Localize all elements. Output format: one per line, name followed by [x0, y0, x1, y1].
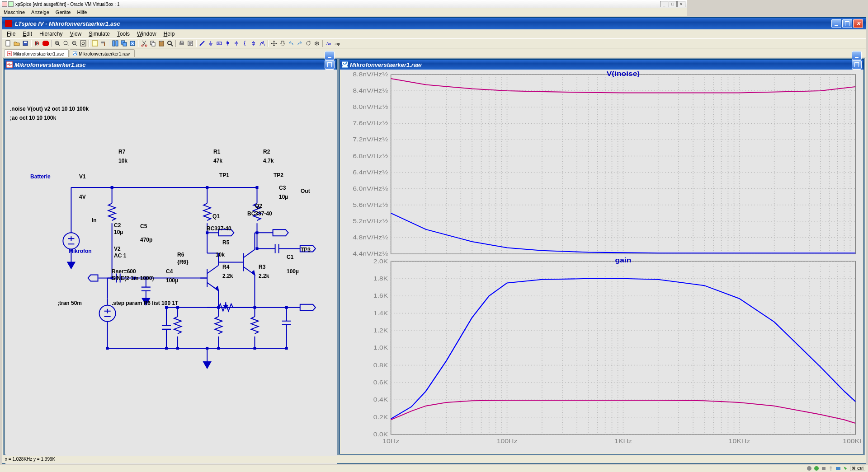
schematic-canvas[interactable]: .noise V(out) v2 oct 10 10 100k ;ac oct …	[5, 70, 337, 374]
val-C3[interactable]: 10µ	[279, 194, 288, 200]
val-C2[interactable]: 10µ	[114, 229, 123, 235]
tool-tile[interactable]	[111, 39, 119, 47]
comp-C2[interactable]: C2	[114, 222, 121, 229]
menu-tools[interactable]: Tools	[117, 31, 130, 37]
val-C1[interactable]: 100µ	[287, 268, 299, 275]
tool-capacitor[interactable]	[232, 39, 241, 47]
tool-pan[interactable]	[62, 39, 70, 47]
tool-print[interactable]	[178, 39, 186, 47]
tab-raw[interactable]: Mikrofonverstaerker1.raw	[70, 49, 135, 57]
net-tp1[interactable]: TP1	[219, 172, 229, 178]
tool-new[interactable]	[4, 39, 12, 47]
tool-zoom-in[interactable]	[53, 39, 61, 47]
val-R7[interactable]: 10k	[118, 158, 127, 164]
comp-C1[interactable]: C1	[287, 254, 293, 260]
tool-mirror[interactable]	[313, 39, 321, 47]
tool-component[interactable]	[258, 39, 266, 47]
tool-inductor[interactable]	[241, 39, 249, 47]
schematic-max-button[interactable]	[325, 60, 335, 69]
val-R4[interactable]: 2.2k	[222, 273, 233, 279]
directive-noise[interactable]: .noise V(out) v2 oct 10 10 100k	[10, 106, 89, 112]
tool-autorange[interactable]	[91, 39, 99, 47]
comp-Q1[interactable]: Q1	[212, 213, 220, 220]
comp-R3[interactable]: R3	[259, 264, 265, 270]
val-V1[interactable]: 4V	[79, 194, 86, 200]
val-R6[interactable]: {R6}	[177, 259, 189, 265]
menu-file[interactable]: File	[7, 31, 15, 37]
tool-open[interactable]	[13, 39, 21, 47]
val-R2[interactable]: 4.7k	[263, 158, 274, 164]
tool-cascade[interactable]	[120, 39, 128, 47]
comp-R7[interactable]: R7	[118, 149, 125, 155]
schematic-min-button[interactable]	[325, 51, 335, 60]
menu-view[interactable]: View	[70, 31, 81, 37]
menu-edit[interactable]: Edit	[23, 31, 32, 37]
vbox-close-button[interactable]: ×	[677, 1, 685, 7]
net-in[interactable]: In	[92, 217, 97, 224]
tool-drag[interactable]	[278, 39, 287, 47]
tool-diode[interactable]	[250, 39, 258, 47]
vbox-min-button[interactable]: _	[660, 1, 668, 7]
tool-move[interactable]	[270, 39, 278, 47]
extra1-V2[interactable]: Rser=600	[112, 268, 136, 275]
val-C5[interactable]: 470p	[140, 237, 152, 243]
tool-ground[interactable]	[207, 39, 215, 47]
tool-text-note[interactable]: Aa	[325, 39, 333, 47]
comp-R4[interactable]: R4	[222, 264, 229, 270]
comp-Q2[interactable]: Q2	[255, 203, 262, 209]
menu-hierarchy[interactable]: Hierarchy	[39, 31, 62, 37]
tool-rotate[interactable]	[304, 39, 312, 47]
comp-C5[interactable]: C5	[140, 223, 147, 229]
comp-C4[interactable]: C4	[166, 268, 173, 275]
tool-label[interactable]: A	[215, 39, 223, 47]
tool-resistor[interactable]	[224, 39, 232, 47]
tool-zoom-out[interactable]	[71, 39, 79, 47]
val-R3[interactable]: 2.2k	[259, 273, 269, 279]
val-V2[interactable]: AC 1	[114, 252, 126, 259]
tool-cut[interactable]	[140, 39, 148, 47]
directive-tran[interactable]: ;tran 50m	[57, 300, 82, 306]
tool-close-all[interactable]	[128, 39, 137, 47]
label-batterie[interactable]: Batterie	[30, 173, 51, 180]
menu-simulate[interactable]: Simulate	[89, 31, 110, 37]
comp-R1[interactable]: R1	[213, 149, 220, 155]
net-tp3[interactable]: TP3	[301, 247, 311, 253]
comp-V1[interactable]: V1	[79, 173, 86, 180]
tool-spice-directive[interactable]: .op	[333, 39, 341, 47]
tool-stop[interactable]	[42, 39, 50, 47]
menu-window[interactable]: Window	[137, 31, 156, 37]
val-C4[interactable]: 100µ	[166, 277, 178, 284]
vbox-menu-maschine[interactable]: Maschine	[4, 9, 25, 15]
vbox-menu-hilfe[interactable]: Hilfe	[77, 9, 87, 15]
net-out[interactable]: Out	[301, 188, 310, 194]
tool-redo[interactable]	[296, 39, 304, 47]
tool-find[interactable]	[166, 39, 174, 47]
vbox-menu-anzeige[interactable]: Anzeige	[31, 9, 49, 15]
tool-zoom-fit[interactable]	[79, 39, 87, 47]
vbox-max-button[interactable]: □	[669, 1, 677, 7]
schematic-window-titlebar[interactable]: Mikrofonverstaerker1.asc	[5, 60, 336, 70]
label-mikrofon[interactable]: Mikrofon	[69, 248, 92, 254]
tool-save[interactable]	[21, 39, 29, 47]
tool-copy[interactable]	[149, 39, 157, 47]
plot-window-titlebar[interactable]: Mikrofonverstaerker1.raw	[340, 60, 687, 70]
extra2-V2[interactable]: SINE(2 1m 1000)	[112, 275, 154, 281]
directive-step[interactable]: .step param R6 list 100 1T	[112, 300, 178, 306]
val-R5[interactable]: 10k	[216, 252, 225, 258]
vbox-menu-geraete[interactable]: Geräte	[56, 9, 71, 15]
tool-undo[interactable]	[287, 39, 295, 47]
tab-asc[interactable]: Mikrofonverstaerker1.asc	[4, 49, 69, 57]
comp-R5[interactable]: R5	[222, 239, 229, 246]
val-R1[interactable]: 47k	[213, 158, 222, 164]
directive-ac[interactable]: ;ac oct 10 10 100k	[10, 115, 56, 121]
net-tp2[interactable]: TP2	[274, 172, 283, 178]
comp-R2[interactable]: R2	[263, 149, 270, 155]
plot-canvas[interactable]: 4.4nV/Hz½4.8nV/Hz½5.2nV/Hz½5.6nV/Hz½6.0n…	[341, 70, 687, 374]
tool-hammer[interactable]	[99, 39, 108, 47]
comp-R6[interactable]: R6	[177, 252, 184, 258]
comp-V2[interactable]: V2	[114, 246, 121, 252]
val-Q2[interactable]: BC337-40	[247, 210, 272, 217]
tool-run[interactable]	[33, 39, 41, 47]
tool-setup[interactable]	[186, 39, 194, 47]
menu-help[interactable]: Help	[164, 31, 175, 37]
